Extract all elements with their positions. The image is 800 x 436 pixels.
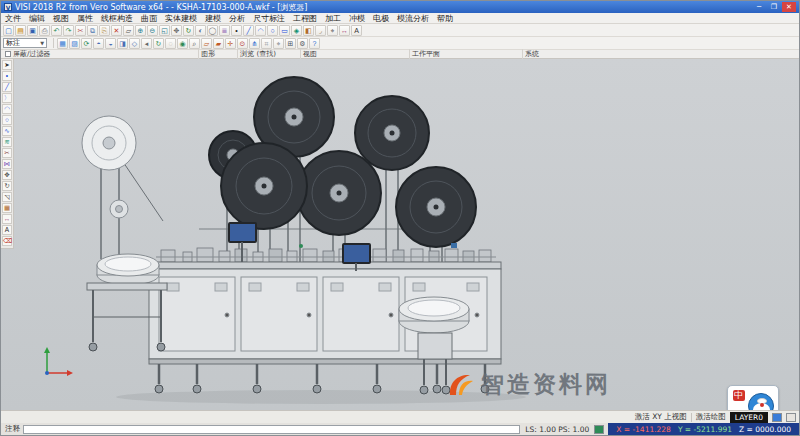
polyline-tool-icon[interactable]: 〉 xyxy=(2,93,12,103)
point-icon[interactable]: • xyxy=(231,25,242,36)
workplane-yz-icon[interactable]: ▰ xyxy=(213,38,224,49)
zoom-fit-icon[interactable]: ◱ xyxy=(159,25,170,36)
menu-item[interactable]: 分析 xyxy=(225,13,249,24)
graphics-mode-icon[interactable]: ▨ xyxy=(69,38,80,49)
zoom-in-icon[interactable]: ⊕ xyxy=(135,25,146,36)
trim-tool-icon[interactable]: ✂ xyxy=(2,148,12,158)
text-tool-icon[interactable]: A xyxy=(2,225,12,235)
workplane-auto-icon[interactable]: ✛ xyxy=(225,38,236,49)
menu-item[interactable]: 曲面 xyxy=(137,13,161,24)
layers-icon[interactable]: ≣ xyxy=(219,25,230,36)
close-button[interactable]: ✕ xyxy=(782,2,796,12)
wireframe-view-icon[interactable]: ◯ xyxy=(207,25,218,36)
print-icon[interactable]: ⎙ xyxy=(39,25,50,36)
menu-item[interactable]: 文件 xyxy=(1,13,25,24)
menu-item[interactable]: 尺寸标注 xyxy=(249,13,289,24)
arc-tool-icon[interactable]: ◠ xyxy=(2,104,12,114)
menu-item[interactable]: 实体建模 xyxy=(161,13,201,24)
line-icon[interactable]: ╱ xyxy=(243,25,254,36)
minimize-button[interactable]: ─ xyxy=(752,2,766,12)
dynamic-rotate-icon[interactable]: ⟳ xyxy=(81,38,92,49)
mirror-tool-icon[interactable]: ⋈ xyxy=(2,159,12,169)
menu-item[interactable]: 建模 xyxy=(201,13,225,24)
pointer-select-icon[interactable]: ➤ xyxy=(2,60,12,70)
line-style-icon[interactable] xyxy=(786,413,796,422)
arc-icon[interactable]: ◠ xyxy=(255,25,266,36)
rectangle-icon[interactable]: ▭ xyxy=(279,25,290,36)
coord-z: Z = 0000.000 xyxy=(739,425,791,434)
menu-item[interactable]: 加工 xyxy=(321,13,345,24)
solid-icon[interactable]: ◧ xyxy=(303,25,314,36)
circle-icon[interactable]: ○ xyxy=(267,25,278,36)
menu-item[interactable]: 视图 xyxy=(49,13,73,24)
spline-tool-icon[interactable]: ∿ xyxy=(2,126,12,136)
menu-item[interactable]: 模流分析 xyxy=(393,13,433,24)
offset-tool-icon[interactable]: ≋ xyxy=(2,137,12,147)
system-settings-icon[interactable]: ⚙ xyxy=(297,38,308,49)
coordinate-readout-icon[interactable]: ⊞ xyxy=(285,38,296,49)
hide-entity-icon[interactable]: ◌ xyxy=(165,38,176,49)
machine-model xyxy=(1,59,799,410)
measure-icon[interactable]: ⌖ xyxy=(327,25,338,36)
snap-icon[interactable]: ⌖ xyxy=(273,38,284,49)
workplane-xy-icon[interactable]: ▱ xyxy=(201,38,212,49)
open-file-icon[interactable]: ▤ xyxy=(15,25,26,36)
help-icon[interactable]: ? xyxy=(309,38,320,49)
workspace-combobox[interactable]: 标注 ▼ xyxy=(3,38,47,48)
view-top-icon[interactable]: ◓ xyxy=(93,38,104,49)
redo-icon[interactable]: ↷ xyxy=(63,25,74,36)
menu-item[interactable]: 线框构造 xyxy=(97,13,137,24)
dimension-tool-icon[interactable]: ↔ xyxy=(2,214,12,224)
previous-view-icon[interactable]: ◂ xyxy=(141,38,152,49)
mask-filter-icon[interactable]: ▦ xyxy=(57,38,68,49)
cut-icon[interactable]: ✂ xyxy=(75,25,86,36)
scale-tool-icon[interactable]: ◹ xyxy=(2,192,12,202)
view-front-icon[interactable]: ◒ xyxy=(105,38,116,49)
save-icon[interactable]: ▣ xyxy=(27,25,38,36)
line-tool-icon[interactable]: ╱ xyxy=(2,82,12,92)
tape-reels xyxy=(209,77,476,247)
command-input[interactable] xyxy=(23,425,520,434)
menu-item[interactable]: 属性 xyxy=(73,13,97,24)
pan-icon[interactable]: ✥ xyxy=(171,25,182,36)
array-tool-icon[interactable]: ▦ xyxy=(2,203,12,213)
menu-item[interactable]: 帮助 xyxy=(433,13,457,24)
menu-item[interactable]: 编辑 xyxy=(25,13,49,24)
show-all-icon[interactable]: ◉ xyxy=(177,38,188,49)
paste-icon[interactable]: ⎘ xyxy=(99,25,110,36)
mask-filter-toggle[interactable]: 屏蔽/过滤器 xyxy=(5,49,50,59)
point-tool-icon[interactable]: • xyxy=(2,71,12,81)
layer-indicator[interactable]: LAYER0 xyxy=(730,412,768,423)
menu-item[interactable]: 电极 xyxy=(369,13,393,24)
undo-icon[interactable]: ↶ xyxy=(51,25,62,36)
surface-icon[interactable]: ◈ xyxy=(291,25,302,36)
menu-item[interactable]: 工程图 xyxy=(289,13,321,24)
fillet-icon[interactable]: ◞ xyxy=(315,25,326,36)
erase-tool-icon[interactable]: ⌫ xyxy=(2,236,12,246)
grid-icon[interactable]: ⌗ xyxy=(261,38,272,49)
entity-color-icon[interactable] xyxy=(772,413,782,422)
view-iso-icon[interactable]: ◇ xyxy=(129,38,140,49)
maximize-button[interactable]: ❐ xyxy=(767,2,781,12)
zoom-out-icon[interactable]: ⊖ xyxy=(147,25,158,36)
text-icon[interactable]: A xyxy=(351,25,362,36)
rotate-tool-icon[interactable]: ↻ xyxy=(2,181,12,191)
rotate-view-icon[interactable]: ↻ xyxy=(183,25,194,36)
viewport-3d[interactable]: ➤•╱〉◠○∿≋✂⋈✥↻◹▦↔A⌫ 智造资料网 中 xyxy=(1,59,799,410)
dimension-icon[interactable]: ↔ xyxy=(339,25,350,36)
menu-item[interactable]: 冲模 xyxy=(345,13,369,24)
view-side-icon[interactable]: ◨ xyxy=(117,38,128,49)
shaded-view-icon[interactable]: ◐ xyxy=(195,25,206,36)
move-tool-icon[interactable]: ✥ xyxy=(2,170,12,180)
delete-icon[interactable]: ✕ xyxy=(111,25,122,36)
circle-tool-icon[interactable]: ○ xyxy=(2,115,12,125)
active-view-indicator[interactable]: 激活 XY 上视图 xyxy=(635,412,687,422)
select-icon[interactable]: ▱ xyxy=(123,25,134,36)
origin-icon[interactable]: ⊙ xyxy=(237,38,248,49)
copy-icon[interactable]: ⧉ xyxy=(87,25,98,36)
search-icon[interactable]: ⌕ xyxy=(189,38,200,49)
axis-system-icon[interactable]: ⋔ xyxy=(249,38,260,49)
active-draw-indicator[interactable]: 激活绘图 xyxy=(696,412,726,422)
new-file-icon[interactable]: ▢ xyxy=(3,25,14,36)
refresh-view-icon[interactable]: ↻ xyxy=(153,38,164,49)
